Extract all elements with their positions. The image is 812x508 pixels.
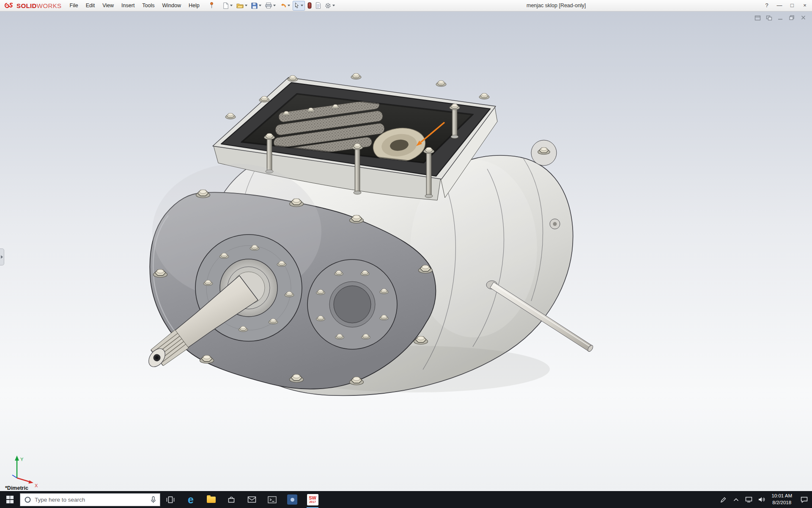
windows-logo-icon: [6, 496, 14, 503]
brand-light: WORKS: [37, 2, 62, 9]
windows-taskbar: e SW 2017: [0, 491, 812, 508]
dropdown-caret-icon: [259, 5, 261, 6]
folder-icon: [207, 497, 216, 503]
menubar: File Edit View Insert Tools Window Help: [66, 0, 203, 11]
clock-date: 8/2/2018: [771, 500, 792, 506]
file-properties-icon: [315, 2, 321, 9]
start-button[interactable]: [0, 491, 20, 508]
dropdown-caret-icon: [288, 5, 290, 6]
menu-view[interactable]: View: [99, 0, 118, 11]
menu-window[interactable]: Window: [159, 0, 185, 11]
feature-manager-collapsed-tab[interactable]: [0, 248, 4, 265]
new-window-button[interactable]: [754, 14, 761, 21]
volume-button[interactable]: [755, 491, 768, 508]
menu-edit[interactable]: Edit: [82, 0, 99, 11]
hidden-icons-button[interactable]: [730, 491, 742, 508]
file-properties-button[interactable]: [314, 1, 322, 11]
doc-minimize-button[interactable]: [776, 14, 784, 21]
print-button[interactable]: [264, 1, 277, 11]
microphone-icon[interactable]: [151, 496, 156, 503]
maximize-button[interactable]: □: [786, 0, 798, 11]
dropdown-caret-icon: [332, 5, 335, 6]
undo-icon: [280, 3, 286, 8]
edge-button[interactable]: e: [181, 491, 201, 508]
console-button[interactable]: [262, 491, 282, 508]
console-icon: [268, 496, 277, 503]
action-center-icon: [801, 497, 808, 503]
cortana-icon: [24, 496, 31, 503]
menu-insert[interactable]: Insert: [118, 0, 138, 11]
mail-envelope-icon: [247, 496, 256, 503]
mail-button[interactable]: [241, 491, 262, 508]
help-button[interactable]: ?: [760, 0, 773, 11]
triad-x-label: X: [35, 483, 38, 488]
menu-file[interactable]: File: [66, 0, 82, 11]
blue-app-button[interactable]: [282, 491, 302, 508]
dropdown-caret-icon: [245, 5, 247, 6]
pen-button[interactable]: [717, 491, 730, 508]
minimize-button[interactable]: —: [773, 0, 786, 11]
doc-restore-button[interactable]: [788, 14, 796, 21]
edge-icon: e: [188, 494, 194, 505]
chevron-up-icon: [733, 498, 739, 502]
dropdown-caret-icon: [301, 5, 303, 6]
tile-window-button[interactable]: [765, 14, 773, 21]
print-icon: [265, 3, 272, 8]
open-icon: [236, 3, 244, 8]
solidworks-taskbar-button[interactable]: SW 2017: [302, 491, 323, 508]
action-center-button[interactable]: [796, 491, 812, 508]
doc-close-button[interactable]: [799, 14, 807, 21]
gear-icon: [325, 3, 331, 9]
new-document-button[interactable]: [222, 1, 234, 11]
solidworks-logo: SOLIDWORKS: [0, 1, 66, 10]
quick-access-toolbar: [222, 1, 336, 11]
dropdown-caret-icon: [273, 5, 276, 6]
pushpin-icon: [209, 2, 214, 9]
dropdown-caret-icon: [230, 5, 233, 6]
open-button[interactable]: [235, 1, 249, 11]
search-input[interactable]: [35, 497, 147, 503]
menu-help[interactable]: Help: [185, 0, 203, 11]
solidworks-icon: SW 2017: [307, 494, 318, 505]
output-cover-boss: [307, 260, 397, 349]
rebuild-icon: [307, 2, 312, 9]
triad-y-label: Y: [20, 457, 24, 462]
new-document-icon: [223, 2, 229, 9]
task-view-button[interactable]: [160, 491, 181, 508]
brand-bold: SOLID: [16, 2, 37, 9]
network-icon: [745, 497, 752, 502]
taskbar-search[interactable]: [20, 493, 160, 506]
save-button[interactable]: [250, 1, 263, 11]
save-icon: [251, 3, 258, 9]
pen-icon: [720, 497, 727, 503]
task-view-icon: [166, 496, 175, 503]
system-tray: 10:01 AM 8/2/2018: [717, 491, 812, 508]
close-button[interactable]: ×: [798, 0, 811, 11]
graphics-viewport[interactable]: Y X *Dimetric: [0, 11, 812, 491]
document-window-controls: [754, 14, 807, 21]
taskbar-apps: e SW 2017: [160, 491, 323, 508]
select-cursor-icon: [294, 2, 299, 9]
menu-tools[interactable]: Tools: [138, 0, 158, 11]
clock-time: 10:01 AM: [771, 493, 792, 500]
window-title: menjac sklop [Read-only]: [527, 0, 586, 11]
window-controls: ? — □ ×: [760, 0, 811, 11]
blue-app-icon: [287, 494, 297, 505]
network-button[interactable]: [742, 491, 755, 508]
ds-logo-icon: [3, 1, 14, 10]
select-button[interactable]: [293, 1, 305, 11]
pin-menu-icon[interactable]: [209, 2, 214, 9]
clock[interactable]: 10:01 AM 8/2/2018: [768, 493, 796, 506]
store-bag-icon: [227, 495, 236, 504]
titlebar: SOLIDWORKS File Edit View Insert Tools W…: [0, 0, 812, 11]
rebuild-button[interactable]: [306, 1, 313, 11]
file-explorer-button[interactable]: [201, 491, 221, 508]
undo-button[interactable]: [278, 1, 291, 11]
expand-arrow-icon: [1, 255, 3, 259]
store-button[interactable]: [221, 491, 241, 508]
brand-text: SOLIDWORKS: [16, 2, 62, 9]
speaker-icon: [758, 497, 765, 502]
options-button[interactable]: [324, 1, 336, 11]
model-canvas[interactable]: Y X: [0, 11, 812, 491]
view-orientation-label: *Dimetric: [5, 485, 28, 491]
